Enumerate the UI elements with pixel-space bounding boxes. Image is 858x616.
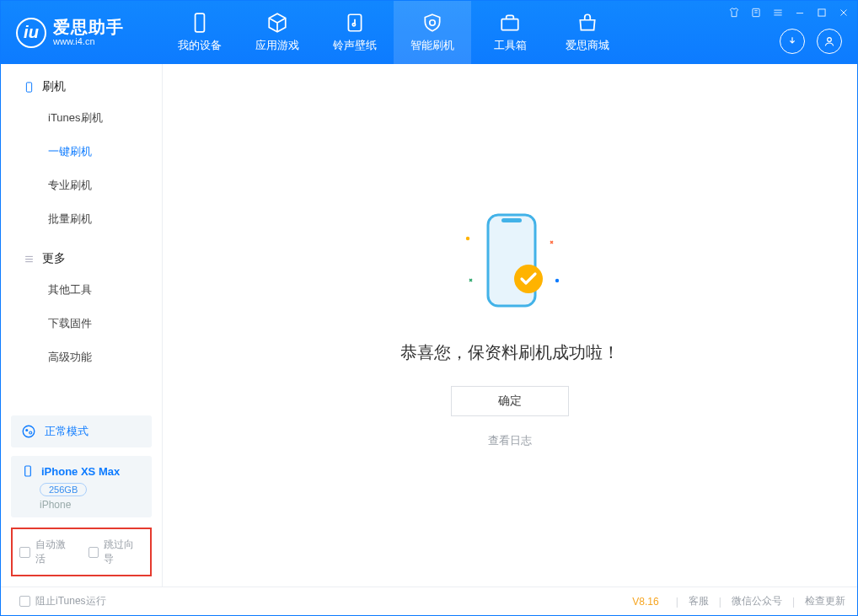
- device-name: iPhone XS Max: [41, 465, 120, 478]
- success-illustration: [451, 203, 569, 321]
- sidebar-item-onekey-flash[interactable]: 一键刷机: [1, 135, 162, 169]
- sidebar-group-more: 更多: [1, 236, 162, 273]
- svg-rect-7: [26, 82, 31, 91]
- device-type: iPhone: [40, 499, 142, 511]
- tab-my-device[interactable]: 我的设备: [161, 1, 239, 64]
- logo-icon: iu: [16, 18, 46, 48]
- checkbox-label: 自动激活: [35, 538, 75, 566]
- sidebar-group-label: 刷机: [42, 79, 66, 94]
- note-icon[interactable]: [749, 6, 763, 19]
- sidebar-item-batch-flash[interactable]: 批量刷机: [1, 202, 162, 236]
- mode-icon: [21, 424, 36, 439]
- checkbox-icon: [19, 596, 30, 607]
- checkbox-label: 阻止iTunes运行: [35, 594, 106, 608]
- refresh-shield-icon: [421, 12, 443, 34]
- tab-ringtones-wallpaper[interactable]: 铃声壁纸: [316, 1, 394, 64]
- svg-rect-0: [196, 13, 205, 32]
- footer-support-link[interactable]: 客服: [689, 594, 709, 608]
- success-text: 恭喜您，保资料刷机成功啦！: [400, 341, 619, 364]
- device-phone-icon: [21, 464, 35, 478]
- view-log-link[interactable]: 查看日志: [488, 433, 532, 448]
- mode-label: 正常模式: [45, 424, 88, 439]
- header-right: [721, 1, 857, 64]
- svg-point-10: [29, 431, 32, 434]
- tab-label: 铃声壁纸: [333, 38, 377, 53]
- sidebar-group-label: 更多: [42, 251, 66, 266]
- sidebar: 刷机 iTunes刷机 一键刷机 专业刷机 批量刷机 更多 其他工具 下载固件 …: [1, 64, 163, 587]
- version-label: V8.16: [632, 596, 658, 608]
- mode-box[interactable]: 正常模式: [11, 415, 152, 447]
- music-icon: [344, 12, 366, 34]
- checkbox-label: 跳过向导: [104, 538, 143, 566]
- user-button[interactable]: [817, 29, 842, 54]
- svg-rect-16: [501, 218, 522, 222]
- ok-button[interactable]: 确定: [451, 386, 569, 416]
- sidebar-item-pro-flash[interactable]: 专业刷机: [1, 169, 162, 202]
- footer-wechat-link[interactable]: 微信公众号: [732, 594, 782, 608]
- checkbox-skip-guide[interactable]: 跳过向导: [88, 538, 144, 566]
- sidebar-item-advanced[interactable]: 高级功能: [1, 340, 162, 374]
- sidebar-item-other-tools[interactable]: 其他工具: [1, 273, 162, 307]
- menu-icon[interactable]: [771, 6, 785, 19]
- tab-apps-games[interactable]: 应用游戏: [239, 1, 316, 64]
- svg-point-12: [466, 236, 469, 239]
- footer-update-link[interactable]: 检查更新: [805, 594, 845, 608]
- svg-rect-5: [818, 9, 825, 16]
- svg-point-9: [25, 429, 28, 431]
- shirt-icon[interactable]: [727, 6, 741, 19]
- device-capacity: 256GB: [40, 483, 87, 496]
- cube-icon: [266, 12, 288, 34]
- toolbox-icon: [499, 12, 521, 34]
- tab-label: 工具箱: [494, 38, 527, 53]
- phone-icon: [23, 81, 35, 94]
- svg-point-8: [23, 426, 35, 437]
- sidebar-item-download-firmware[interactable]: 下载固件: [1, 307, 162, 340]
- svg-point-2: [352, 24, 355, 26]
- sidebar-group-flash: 刷机: [1, 64, 162, 101]
- tab-label: 我的设备: [178, 38, 222, 53]
- close-icon[interactable]: [837, 6, 850, 19]
- app-name: 爱思助手: [53, 18, 124, 36]
- checkbox-block-itunes[interactable]: 阻止iTunes运行: [19, 594, 106, 608]
- footer: 阻止iTunes运行 V8.16 | 客服 | 微信公众号 | 检查更新: [1, 587, 857, 615]
- svg-point-6: [828, 38, 832, 42]
- tab-label: 应用游戏: [255, 38, 299, 53]
- download-button[interactable]: [780, 29, 805, 54]
- tab-smart-flash[interactable]: 智能刷机: [394, 1, 471, 64]
- list-icon: [23, 253, 35, 265]
- store-icon: [576, 12, 598, 34]
- svg-rect-3: [501, 19, 518, 30]
- app-url: www.i4.cn: [53, 36, 124, 46]
- sidebar-item-itunes-flash[interactable]: iTunes刷机: [1, 101, 162, 135]
- app-window: iu 爱思助手 www.i4.cn 我的设备 应用游戏 铃声壁纸 智能刷机: [0, 0, 858, 616]
- minimize-icon[interactable]: [793, 6, 807, 19]
- top-tabs: 我的设备 应用游戏 铃声壁纸 智能刷机 工具箱 爱思商城: [161, 1, 626, 64]
- logo[interactable]: iu 爱思助手 www.i4.cn: [1, 1, 161, 64]
- options-highlight-box: 自动激活 跳过向导: [11, 528, 152, 576]
- tab-toolbox[interactable]: 工具箱: [471, 1, 549, 64]
- header: iu 爱思助手 www.i4.cn 我的设备 应用游戏 铃声壁纸 智能刷机: [1, 1, 857, 64]
- checkbox-icon: [19, 547, 30, 558]
- main-content: 恭喜您，保资料刷机成功啦！ 确定 查看日志: [163, 64, 857, 587]
- device-box[interactable]: iPhone XS Max 256GB iPhone: [11, 456, 152, 517]
- tab-label: 爱思商城: [566, 38, 609, 53]
- window-controls: [727, 6, 850, 19]
- svg-point-13: [555, 278, 559, 281]
- svg-rect-11: [25, 466, 31, 476]
- checkbox-icon: [88, 547, 99, 558]
- tab-label: 智能刷机: [410, 38, 454, 53]
- checkbox-auto-activate[interactable]: 自动激活: [19, 538, 75, 566]
- maximize-icon[interactable]: [815, 6, 829, 19]
- body: 刷机 iTunes刷机 一键刷机 专业刷机 批量刷机 更多 其他工具 下载固件 …: [1, 64, 857, 587]
- tab-store[interactable]: 爱思商城: [549, 1, 626, 64]
- device-icon: [189, 12, 211, 34]
